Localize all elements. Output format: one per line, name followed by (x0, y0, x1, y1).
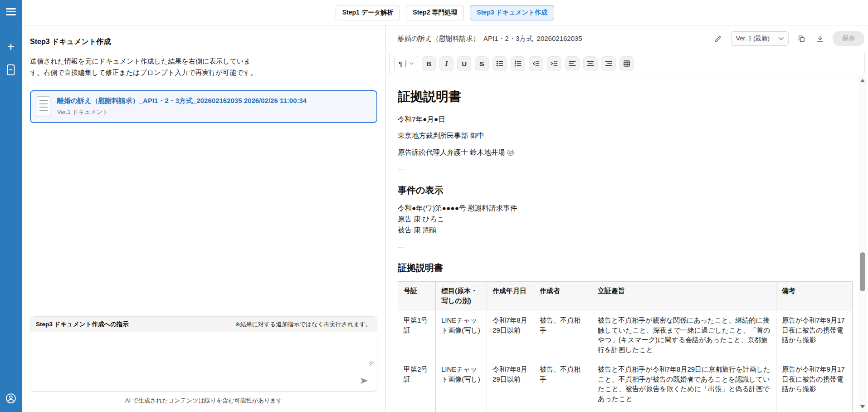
format-toolbar: ¶ B I U S (389, 52, 865, 75)
editor-panel: 離婚の訴え（慰謝料請求）_API1・2・3方式_202602162035 Ver… (385, 25, 868, 412)
table-cell: 被告と不貞相手が親密な関係にあったこと、継続的に接触していたこと、深夜まで一緒に… (592, 311, 776, 360)
add-button[interactable]: + (5, 41, 17, 54)
scroll-up-icon[interactable] (860, 79, 865, 82)
col-header: 標目(原本・写しの別) (436, 282, 487, 311)
col-header: 号証 (398, 282, 436, 311)
bold-button[interactable]: B (422, 56, 436, 71)
resize-grip-icon[interactable] (369, 361, 374, 366)
table-cell: LINEチャット画像(写し) (436, 360, 487, 409)
table-cell: 甲第1号証 (398, 311, 436, 360)
col-header: 作成年月日 (487, 282, 534, 311)
save-button[interactable]: 保存 (833, 31, 864, 46)
download-button[interactable] (814, 33, 826, 44)
download-icon (816, 35, 824, 43)
align-right-icon (605, 60, 612, 67)
col-header: 立証趣旨 (592, 282, 776, 311)
doc-defendant: 被告 康 潤碩 (398, 225, 847, 235)
doc-date-line: 令和7年●月●日 (398, 114, 847, 124)
paragraph-icon: ¶ (399, 60, 402, 68)
doc-court-line: 東京地方裁判所民事部 御中 (398, 131, 847, 141)
scrollbar-thumb[interactable] (860, 252, 865, 291)
align-center-button[interactable] (583, 56, 598, 71)
document-card-version: Ver.1 ドキュメント (57, 108, 307, 116)
evidence-table: 号証 標目(原本・写しの別) 作成年月日 作成者 立証趣旨 備考 甲第1号証 (398, 281, 853, 412)
instruction-header: Step3 ドキュメント作成への指示 ※結果に対する追加指示ではなく再実行されま… (30, 317, 377, 332)
document-card[interactable]: 離婚の訴え（慰謝料請求）_API1・2・3方式_202602162035 202… (30, 90, 377, 123)
left-rail: + (0, 0, 22, 412)
document-card-title[interactable]: 離婚の訴え（慰謝料請求）_API1・2・3方式_202602162035 202… (57, 97, 307, 105)
send-icon (359, 376, 369, 386)
doc-heading-evidence: 証拠説明書 (398, 88, 847, 105)
table-cell: 日時不詳(夕暮れ時) (487, 409, 534, 412)
panel-description: 送信された情報を元にドキュメント作成した結果を右側に表示しています。右側で直接編… (30, 56, 260, 78)
table-cell: LINEチャット画像(写し) (436, 311, 487, 360)
table-cell: 被告と不貞相手が令和7年8月29日に京都旅行を計画したこと、不貞相手が被告の既婚… (592, 360, 776, 409)
table-header-row: 号証 標目(原本・写しの別) 作成年月日 作成者 立証趣旨 備考 (398, 282, 853, 311)
bullet-list-button[interactable] (493, 56, 507, 71)
account-button[interactable] (5, 392, 17, 405)
doc-attorney-line: 原告訴訟代理人弁護士 鈴木地井場 ㊞ (398, 147, 847, 157)
document-editor[interactable]: 証拠説明書 令和7年●月●日 東京地方裁判所民事部 御中 原告訴訟代理人弁護士 … (386, 75, 868, 412)
tab-step1[interactable]: Step1 データ解析 (336, 5, 400, 20)
text-cursor-icon (405, 60, 406, 67)
underline-button[interactable]: U (457, 56, 471, 71)
instruction-box: Step3 ドキュメント作成への指示 ※結果に対する追加指示ではなく再実行されま… (30, 316, 377, 392)
numbered-list-button[interactable] (511, 56, 525, 71)
table-cell: 原告が令和7年9月17日夜に被告の携帯電話から撮影 (776, 360, 853, 409)
table-cell: 令和7年8月29日以前 (487, 311, 534, 360)
col-header: 作成者 (534, 282, 592, 311)
editor-header: 離婚の訴え（慰謝料請求）_API1・2・3方式_202602162035 Ver… (386, 25, 868, 52)
bullet-list-icon (496, 60, 503, 67)
outdent-button[interactable] (529, 56, 543, 71)
step-tab-bar: Step1 データ解析 Step2 専門処理 Step3 ドキュメント作成 (22, 0, 868, 25)
tab-step2[interactable]: Step2 専門処理 (406, 5, 464, 20)
indent-icon (551, 60, 558, 67)
scroll-down-icon[interactable] (860, 405, 865, 408)
doc-case-number: 令和●年(ワ)第●●●●号 慰謝料請求事件 (398, 203, 847, 214)
strikethrough-button[interactable]: S (475, 56, 489, 71)
send-button[interactable] (358, 375, 370, 387)
col-header: 備考 (776, 282, 853, 311)
document-icon (5, 64, 16, 76)
copy-icon (798, 35, 805, 43)
numbered-list-icon (514, 60, 522, 67)
chevron-down-icon (410, 62, 414, 65)
doc-separator: --- (398, 164, 847, 174)
paragraph-style-dropdown[interactable]: ¶ (394, 56, 418, 71)
table-cell: 甲第2号証 (398, 360, 436, 409)
indent-button[interactable] (547, 56, 561, 71)
copy-button[interactable] (795, 33, 807, 44)
table-cell: 令和7年8月29日以前 (487, 360, 534, 409)
version-label: Ver. 1 (最新) (736, 34, 770, 43)
table-row: 甲第1号証 LINEチャット画像(写し) 令和7年8月29日以前 被告、不貞相手… (398, 311, 853, 360)
menu-icon[interactable] (6, 6, 16, 17)
doc-heading-evidence-table: 証拠説明書 (398, 262, 847, 274)
editor-document-title: 離婚の訴え（慰謝料請求）_API1・2・3方式_202602162035 (398, 34, 712, 43)
align-left-icon (569, 60, 576, 67)
instruction-input[interactable] (35, 335, 372, 364)
doc-plaintiff: 原告 康 ひろこ (398, 214, 847, 225)
table-cell: 原告が令和7年9月17日夜に被告の携帯電話から撮影 (776, 311, 853, 360)
doc-heading-case: 事件の表示 (398, 184, 847, 196)
tab-step3[interactable]: Step3 ドキュメント作成 (470, 5, 554, 20)
table-button[interactable] (619, 56, 634, 71)
pencil-icon (714, 35, 722, 43)
panel-title: Step3 ドキュメント作成 (30, 37, 377, 47)
rename-button[interactable] (712, 33, 724, 44)
outdent-icon (532, 60, 540, 67)
table-cell: 被告と不貞相手がホテル「HOTEL PRIME」の前で手をつないで歩いていたこと… (592, 409, 776, 412)
table-icon (623, 60, 630, 67)
version-dropdown[interactable]: Ver. 1 (最新) (731, 31, 789, 46)
chevron-down-icon (779, 37, 784, 40)
align-left-button[interactable] (565, 56, 580, 71)
scrollbar[interactable] (858, 76, 867, 411)
align-right-button[interactable] (601, 56, 616, 71)
ai-disclaimer: AI で生成されたコンテンツは誤りを含む可能性があります (30, 397, 377, 405)
plus-icon: + (7, 41, 15, 53)
table-cell: 甲第3号証 (398, 409, 436, 412)
doc-separator: --- (398, 242, 847, 252)
instruction-title: Step3 ドキュメント作成への指示 (36, 320, 129, 329)
documents-button[interactable] (5, 64, 17, 76)
italic-button[interactable]: I (439, 56, 454, 71)
table-row: 甲第2号証 LINEチャット画像(写し) 令和7年8月29日以前 被告、不貞相手… (398, 360, 853, 409)
